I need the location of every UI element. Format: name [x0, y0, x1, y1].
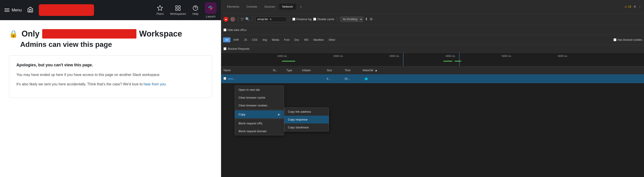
- blocked-requests-row: Blocked Requests: [221, 45, 644, 53]
- plans-nav-item[interactable]: Plans: [156, 5, 164, 15]
- help-label: Help: [192, 12, 198, 15]
- blocked-requests-label: Blocked Requests: [228, 47, 250, 50]
- devtools-toolbar: ● 🚫 ▽ 🔍 emoji.list ✕ Preserve log Disabl…: [221, 13, 644, 25]
- tab-more[interactable]: »: [297, 3, 305, 10]
- lock-icon: 🔒: [9, 29, 18, 38]
- filter-tab-doc[interactable]: Doc: [292, 37, 301, 42]
- top-nav: Menu Plans: [0, 0, 221, 20]
- hide-data-urls-checkbox[interactable]: [224, 28, 226, 31]
- sub-ctx-copy-link[interactable]: Copy link address: [284, 108, 329, 116]
- svg-rect-2: [176, 8, 178, 10]
- search-bar-devtools[interactable]: emoji.list ✕: [255, 16, 287, 22]
- ctx-copy[interactable]: Copy ▶: [235, 110, 284, 118]
- settings-icon[interactable]: ⚙: [634, 5, 636, 8]
- card-heading: Apologies, but you can't view this page.: [16, 63, 205, 67]
- timeline-bar-3: [454, 61, 461, 62]
- search-clear-icon[interactable]: ✕: [269, 17, 272, 21]
- devtools-icons: ⚠ 16 ⚙ ⋮: [624, 5, 641, 8]
- page-title: Only Workspace: [22, 29, 182, 38]
- title-redacted: [42, 29, 136, 38]
- blocked-cookies-label[interactable]: Has blocked cookies: [614, 38, 642, 41]
- timeline-5000: 5000 ms: [502, 55, 511, 57]
- hear-from-you-link[interactable]: hear from you: [144, 82, 166, 86]
- table-row[interactable]: emo... 8... 85...: [221, 74, 644, 83]
- tab-sources[interactable]: Sources: [261, 3, 278, 10]
- row-select-checkbox[interactable]: [224, 77, 226, 80]
- throttle-select[interactable]: No throttling: [340, 16, 363, 22]
- timeline-line-1: [403, 53, 404, 66]
- ctx-block-domain[interactable]: Block request domain: [235, 127, 284, 135]
- toolbar-divider-3: [290, 16, 290, 22]
- filter-tab-all[interactable]: All: [223, 37, 230, 42]
- record-button[interactable]: ●: [224, 17, 228, 22]
- ctx-block-url[interactable]: Block request URL: [235, 119, 284, 127]
- timeline-line-2: [459, 53, 460, 66]
- plans-label: Plans: [156, 12, 164, 15]
- sub-context-menu: Copy link address Copy response Copy sta…: [284, 108, 329, 132]
- row-waterfall: [362, 74, 644, 83]
- preserve-log-label[interactable]: Preserve log: [292, 18, 312, 21]
- launch-nav-item[interactable]: Launch: [205, 2, 216, 18]
- workspaces-nav-item[interactable]: Workspaces: [170, 5, 186, 15]
- para2-after: .: [166, 82, 167, 86]
- filter-tab-css[interactable]: CSS: [250, 37, 260, 42]
- tab-console[interactable]: Console: [243, 3, 260, 10]
- col-header-name: Name: [224, 69, 273, 72]
- sort-arrow: ▲: [375, 69, 378, 72]
- filter-tab-manifest[interactable]: Manifest: [311, 37, 326, 42]
- ctx-clear-cache[interactable]: Clear browser cache: [235, 94, 284, 102]
- timeline-2000: 2000 ms: [334, 55, 343, 57]
- ctx-open-new-tab[interactable]: Open in new tab: [235, 86, 284, 94]
- filter-tab-other[interactable]: Other: [326, 37, 338, 42]
- toolbar-divider-4: [337, 16, 337, 22]
- row-time: 85...: [345, 77, 362, 80]
- title-after: Workspace: [139, 29, 182, 38]
- blocked-requests-checkbox[interactable]: [224, 47, 226, 50]
- hide-data-urls-label[interactable]: Hide data URLs: [224, 28, 246, 32]
- filter-tab-js[interactable]: JS: [242, 37, 249, 42]
- blocked-cookies-checkbox[interactable]: [614, 38, 616, 41]
- app-main: Menu Plans: [0, 0, 221, 177]
- sub-ctx-copy-response[interactable]: Copy response: [284, 116, 329, 124]
- page-subtitle: Admins can view this page: [20, 40, 212, 49]
- preserve-log-checkbox[interactable]: [292, 18, 295, 21]
- filter-row: Hide data URLs: [221, 25, 644, 35]
- ctx-divider-2: [235, 119, 284, 119]
- row-checkbox[interactable]: [224, 77, 228, 80]
- tab-elements[interactable]: Elements: [224, 3, 242, 10]
- tab-network[interactable]: Network: [279, 3, 296, 10]
- search-bar[interactable]: [39, 4, 94, 16]
- col-header-type: Type: [286, 69, 302, 72]
- filter-tab-media[interactable]: Media: [270, 37, 282, 42]
- search-icon[interactable]: 🔍: [245, 17, 250, 21]
- ctx-divider-1: [235, 110, 284, 110]
- filter-tab-ws[interactable]: WS: [302, 37, 310, 42]
- ctx-clear-cookies[interactable]: Clear browser cookies: [235, 102, 284, 109]
- filter-tab-font[interactable]: Font: [282, 37, 292, 42]
- waterfall-bar: [365, 78, 368, 80]
- nav-icons: Plans Workspaces Help: [156, 2, 216, 18]
- filter-tab-img[interactable]: Img: [260, 37, 269, 42]
- disable-cache-checkbox[interactable]: [313, 18, 316, 21]
- clear-button[interactable]: 🚫: [230, 17, 235, 22]
- page-title-row: 🔒 Only Workspace: [9, 29, 212, 38]
- timeline-bar-2: [444, 61, 452, 62]
- svg-rect-1: [178, 5, 180, 7]
- filter-icon[interactable]: ▽: [241, 17, 244, 21]
- sub-ctx-copy-stacktrace[interactable]: Copy stacktrace: [284, 124, 329, 131]
- help-nav-item[interactable]: Help: [192, 5, 198, 15]
- card-para1: You may have ended up here if you have a…: [16, 72, 205, 78]
- menu-button[interactable]: Menu: [4, 8, 22, 12]
- toolbar-divider-1: [238, 16, 238, 22]
- search-value: emoji.list: [258, 18, 268, 21]
- col-header-waterfall[interactable]: Waterfall ▲: [362, 69, 644, 72]
- workspaces-label: Workspaces: [170, 12, 186, 15]
- settings2-icon[interactable]: ⚙: [370, 17, 373, 21]
- disable-cache-label[interactable]: Disable cache: [313, 18, 334, 21]
- home-button[interactable]: [25, 4, 35, 16]
- para2-before: It's also likely we sent you here accide…: [16, 82, 144, 86]
- filter-tab-xhr[interactable]: XHR: [231, 37, 241, 42]
- more-icon[interactable]: ⋮: [638, 5, 641, 8]
- card-para2: It's also likely we sent you here accide…: [16, 81, 205, 87]
- launch-button[interactable]: [205, 2, 216, 14]
